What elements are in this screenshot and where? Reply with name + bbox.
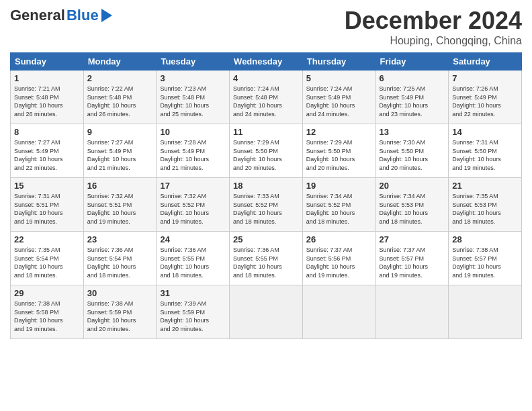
- calendar-week-row: 1Sunrise: 7:21 AMSunset: 5:48 PMDaylight…: [11, 71, 522, 124]
- day-number: 17: [160, 181, 226, 191]
- day-info: Sunrise: 7:39 AMSunset: 5:59 PMDaylight:…: [160, 300, 226, 333]
- calendar-day-cell: [302, 285, 375, 339]
- day-info: Sunrise: 7:32 AMSunset: 5:52 PMDaylight:…: [160, 192, 226, 226]
- day-info: Sunrise: 7:33 AMSunset: 5:52 PMDaylight:…: [233, 192, 299, 226]
- day-info: Sunrise: 7:31 AMSunset: 5:51 PMDaylight:…: [14, 192, 80, 226]
- calendar-day-cell: 24Sunrise: 7:36 AMSunset: 5:55 PMDayligh…: [157, 232, 230, 285]
- day-info: Sunrise: 7:22 AMSunset: 5:48 PMDaylight:…: [87, 85, 153, 118]
- day-info: Sunrise: 7:36 AMSunset: 5:55 PMDaylight:…: [160, 246, 226, 279]
- title-section: December 2024 Houping, Chongqing, China: [345, 7, 522, 47]
- logo-blue-text: Blue: [66, 7, 99, 24]
- calendar-day-cell: 25Sunrise: 7:36 AMSunset: 5:55 PMDayligh…: [230, 232, 303, 285]
- day-number: 28: [452, 234, 518, 244]
- logo: General Blue: [10, 7, 112, 24]
- calendar-day-cell: [449, 285, 522, 339]
- calendar-day-cell: 20Sunrise: 7:34 AMSunset: 5:53 PMDayligh…: [375, 178, 449, 232]
- day-number: 15: [14, 181, 80, 191]
- calendar-week-row: 22Sunrise: 7:35 AMSunset: 5:54 PMDayligh…: [11, 232, 522, 285]
- day-info: Sunrise: 7:30 AMSunset: 5:50 PMDaylight:…: [380, 138, 445, 172]
- day-number: 3: [160, 73, 226, 83]
- day-info: Sunrise: 7:37 AMSunset: 5:56 PMDaylight:…: [306, 246, 372, 279]
- day-info: Sunrise: 7:24 AMSunset: 5:49 PMDaylight:…: [306, 85, 372, 118]
- day-number: 9: [87, 127, 153, 137]
- calendar-day-cell: 19Sunrise: 7:34 AMSunset: 5:52 PMDayligh…: [302, 178, 375, 232]
- header: General Blue December 2024 Houping, Chon…: [10, 7, 522, 47]
- calendar-day-cell: 9Sunrise: 7:27 AMSunset: 5:49 PMDaylight…: [83, 124, 157, 178]
- col-saturday: Saturday: [449, 53, 522, 71]
- calendar-day-cell: 3Sunrise: 7:23 AMSunset: 5:48 PMDaylight…: [157, 71, 230, 124]
- calendar-week-row: 29Sunrise: 7:38 AMSunset: 5:58 PMDayligh…: [11, 285, 522, 339]
- day-number: 19: [306, 181, 372, 191]
- day-info: Sunrise: 7:29 AMSunset: 5:50 PMDaylight:…: [233, 138, 299, 172]
- calendar-day-cell: [375, 285, 449, 339]
- day-number: 1: [14, 73, 80, 83]
- calendar-day-cell: 26Sunrise: 7:37 AMSunset: 5:56 PMDayligh…: [302, 232, 375, 285]
- calendar-day-cell: 27Sunrise: 7:37 AMSunset: 5:57 PMDayligh…: [375, 232, 449, 285]
- day-info: Sunrise: 7:36 AMSunset: 5:54 PMDaylight:…: [87, 246, 153, 279]
- calendar-day-cell: 16Sunrise: 7:32 AMSunset: 5:51 PMDayligh…: [83, 178, 157, 232]
- calendar-day-cell: 8Sunrise: 7:27 AMSunset: 5:49 PMDaylight…: [11, 124, 84, 178]
- col-sunday: Sunday: [11, 53, 84, 71]
- calendar-header-row: Sunday Monday Tuesday Wednesday Thursday…: [11, 53, 522, 71]
- day-number: 27: [380, 234, 445, 244]
- day-number: 22: [14, 234, 80, 244]
- day-number: 25: [233, 234, 299, 244]
- day-number: 18: [233, 181, 299, 191]
- calendar-day-cell: 2Sunrise: 7:22 AMSunset: 5:48 PMDaylight…: [83, 71, 157, 124]
- day-number: 12: [306, 127, 372, 137]
- day-info: Sunrise: 7:28 AMSunset: 5:49 PMDaylight:…: [160, 138, 226, 172]
- day-number: 6: [380, 73, 445, 83]
- calendar-day-cell: 31Sunrise: 7:39 AMSunset: 5:59 PMDayligh…: [157, 285, 230, 339]
- day-info: Sunrise: 7:38 AMSunset: 5:57 PMDaylight:…: [452, 246, 518, 279]
- location-subtitle: Houping, Chongqing, China: [345, 35, 522, 47]
- day-number: 2: [87, 73, 153, 83]
- day-info: Sunrise: 7:34 AMSunset: 5:53 PMDaylight:…: [380, 192, 445, 226]
- day-info: Sunrise: 7:32 AMSunset: 5:51 PMDaylight:…: [87, 192, 153, 226]
- day-info: Sunrise: 7:31 AMSunset: 5:50 PMDaylight:…: [452, 138, 518, 172]
- day-info: Sunrise: 7:23 AMSunset: 5:48 PMDaylight:…: [160, 85, 226, 118]
- calendar-day-cell: 10Sunrise: 7:28 AMSunset: 5:49 PMDayligh…: [157, 124, 230, 178]
- day-info: Sunrise: 7:21 AMSunset: 5:48 PMDaylight:…: [14, 85, 80, 118]
- day-number: 26: [306, 234, 372, 244]
- day-number: 31: [160, 288, 226, 298]
- day-info: Sunrise: 7:34 AMSunset: 5:52 PMDaylight:…: [306, 192, 372, 226]
- calendar-day-cell: 28Sunrise: 7:38 AMSunset: 5:57 PMDayligh…: [449, 232, 522, 285]
- calendar-day-cell: [230, 285, 303, 339]
- day-number: 13: [380, 127, 445, 137]
- day-number: 7: [452, 73, 518, 83]
- col-thursday: Thursday: [302, 53, 375, 71]
- day-info: Sunrise: 7:27 AMSunset: 5:49 PMDaylight:…: [87, 138, 153, 172]
- calendar-day-cell: 23Sunrise: 7:36 AMSunset: 5:54 PMDayligh…: [83, 232, 157, 285]
- day-number: 24: [160, 234, 226, 244]
- day-info: Sunrise: 7:35 AMSunset: 5:53 PMDaylight:…: [452, 192, 518, 226]
- day-info: Sunrise: 7:29 AMSunset: 5:50 PMDaylight:…: [306, 138, 372, 172]
- calendar-day-cell: 1Sunrise: 7:21 AMSunset: 5:48 PMDaylight…: [11, 71, 84, 124]
- col-tuesday: Tuesday: [157, 53, 230, 71]
- day-number: 30: [87, 288, 153, 298]
- calendar-day-cell: 18Sunrise: 7:33 AMSunset: 5:52 PMDayligh…: [230, 178, 303, 232]
- day-number: 14: [452, 127, 518, 137]
- calendar-day-cell: 30Sunrise: 7:38 AMSunset: 5:59 PMDayligh…: [83, 285, 157, 339]
- col-monday: Monday: [83, 53, 157, 71]
- day-number: 10: [160, 127, 226, 137]
- day-number: 5: [306, 73, 372, 83]
- calendar-day-cell: 13Sunrise: 7:30 AMSunset: 5:50 PMDayligh…: [375, 124, 449, 178]
- calendar-day-cell: 21Sunrise: 7:35 AMSunset: 5:53 PMDayligh…: [449, 178, 522, 232]
- calendar-day-cell: 12Sunrise: 7:29 AMSunset: 5:50 PMDayligh…: [302, 124, 375, 178]
- day-number: 20: [380, 181, 445, 191]
- day-number: 4: [233, 73, 299, 83]
- day-number: 21: [452, 181, 518, 191]
- calendar-day-cell: 15Sunrise: 7:31 AMSunset: 5:51 PMDayligh…: [11, 178, 84, 232]
- calendar-day-cell: 11Sunrise: 7:29 AMSunset: 5:50 PMDayligh…: [230, 124, 303, 178]
- day-info: Sunrise: 7:27 AMSunset: 5:49 PMDaylight:…: [14, 138, 80, 172]
- col-friday: Friday: [375, 53, 449, 71]
- day-info: Sunrise: 7:36 AMSunset: 5:55 PMDaylight:…: [233, 246, 299, 279]
- day-info: Sunrise: 7:38 AMSunset: 5:59 PMDaylight:…: [87, 300, 153, 333]
- logo-arrow-icon: [101, 9, 112, 22]
- calendar-week-row: 8Sunrise: 7:27 AMSunset: 5:49 PMDaylight…: [11, 124, 522, 178]
- calendar-day-cell: 6Sunrise: 7:25 AMSunset: 5:49 PMDaylight…: [375, 71, 449, 124]
- day-info: Sunrise: 7:38 AMSunset: 5:58 PMDaylight:…: [14, 300, 80, 333]
- day-info: Sunrise: 7:24 AMSunset: 5:48 PMDaylight:…: [233, 85, 299, 118]
- month-title: December 2024: [345, 7, 522, 35]
- calendar-day-cell: 17Sunrise: 7:32 AMSunset: 5:52 PMDayligh…: [157, 178, 230, 232]
